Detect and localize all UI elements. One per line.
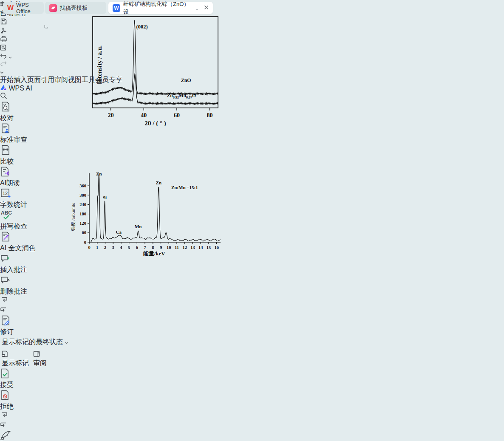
wps-logo-icon: W — [7, 4, 14, 12]
svg-text:360: 360 — [79, 184, 86, 188]
window-tab-bar: W WPS Office 找稿壳模板 W 纤锌矿结构氧化锌（ZnO）设 — [0, 0, 504, 15]
tab-active-document[interactable]: W 纤锌矿结构氧化锌（ZnO）设 — [108, 2, 213, 14]
show-markup-icon — [2, 351, 8, 357]
review-ribbon: 校对 标准审查 比较 AI朗读 — [0, 101, 504, 441]
ink-brush-button[interactable]: 画笔 — [0, 430, 504, 441]
svg-text:80: 80 — [207, 112, 213, 119]
delete-comment-icon — [0, 274, 504, 287]
screen-share-icon[interactable] — [194, 5, 200, 11]
svg-text:11: 11 — [175, 245, 179, 250]
search-icon[interactable] — [0, 92, 504, 101]
compare-icon — [0, 144, 504, 157]
compare-button[interactable]: 比较 — [0, 144, 504, 166]
accept-revision-icon — [0, 368, 504, 381]
standard-review-icon — [0, 123, 504, 136]
show-markup-button[interactable]: 显示标记 — [2, 351, 29, 368]
xrd-chart-svg: 204060802θ / ( ° )Intensity / a.u.(002)Z… — [92, 16, 219, 126]
svg-text:8: 8 — [152, 245, 154, 250]
next-revision-button[interactable] — [0, 422, 504, 430]
print-preview-icon[interactable] — [0, 44, 504, 53]
accept-revision-button[interactable]: 接受 — [0, 368, 504, 390]
svg-text:Si: Si — [103, 195, 107, 200]
svg-text:240: 240 — [79, 202, 86, 207]
menu-item-1[interactable]: 插入 — [14, 76, 27, 83]
svg-text:9: 9 — [160, 245, 162, 250]
svg-text:强度 /arb.units: 强度 /arb.units — [71, 203, 76, 231]
standard-review-button[interactable]: 标准审查 — [0, 123, 504, 144]
redo-button[interactable] — [0, 60, 504, 68]
menu-item-5[interactable]: 视图 — [68, 76, 82, 83]
close-tab-icon[interactable] — [204, 5, 209, 11]
svg-text:60: 60 — [174, 112, 180, 119]
tab-wps-office[interactable]: W WPS Office — [3, 2, 44, 14]
wps-office-window: W WPS Office 找稿壳模板 W 纤锌矿结构氧化锌（ZnO）设 — [0, 0, 504, 441]
svg-text:15: 15 — [207, 245, 211, 250]
svg-text:180: 180 — [79, 212, 86, 216]
svg-text:Zn: Zn — [96, 171, 102, 176]
svg-text:12: 12 — [182, 245, 187, 250]
quickbar-customize-chevron[interactable] — [0, 68, 504, 76]
svg-text:40: 40 — [141, 112, 147, 119]
delete-comment-button[interactable]: 删除批注 — [0, 274, 504, 296]
undo-button[interactable] — [0, 53, 504, 60]
tab-label: 纤锌矿结构氧化锌（ZnO）设 — [123, 0, 190, 16]
track-changes-icon — [0, 315, 504, 328]
svg-text:0: 0 — [88, 245, 90, 250]
svg-text:ZnO: ZnO — [181, 77, 191, 83]
svg-text:能量/keV: 能量/keV — [143, 250, 166, 257]
menu-item-3[interactable]: 引用 — [41, 76, 54, 83]
svg-text:10: 10 — [167, 245, 171, 250]
svg-text:60: 60 — [82, 230, 87, 235]
previous-comment-button[interactable] — [0, 297, 504, 305]
tab-label: 找稿壳模板 — [60, 4, 88, 12]
reject-revision-button[interactable]: 拒绝 — [0, 390, 504, 411]
svg-text:1: 1 — [96, 245, 98, 250]
svg-text:Zn: Zn — [156, 180, 161, 185]
svg-text:Intensity / a.u.: Intensity / a.u. — [96, 45, 103, 85]
svg-text:12: 12 — [3, 191, 8, 196]
svg-text:Ca: Ca — [116, 229, 122, 235]
svg-text:ABC: ABC — [1, 210, 12, 216]
svg-text:4: 4 — [120, 245, 122, 250]
proofread-icon — [0, 101, 504, 114]
svg-text:2θ / ( ° ): 2θ / ( ° ) — [144, 120, 166, 126]
menu-item-2[interactable]: 页面 — [27, 76, 41, 83]
menubar-items: 开始插入页面引用审阅视图工具会员专享 — [0, 76, 504, 85]
wps-ai-icon — [0, 85, 7, 90]
svg-text:7: 7 — [144, 245, 146, 250]
track-changes-button[interactable]: 修订 — [0, 315, 504, 336]
svg-text:5: 5 — [128, 245, 130, 250]
proofread-button[interactable]: 校对 — [0, 101, 504, 123]
svg-text:0: 0 — [84, 240, 86, 245]
svg-text:300: 300 — [79, 193, 86, 198]
svg-text:120: 120 — [79, 221, 86, 226]
print-icon[interactable] — [0, 36, 504, 44]
writer-doc-icon: W — [113, 4, 120, 12]
tab-label: WPS Office — [16, 2, 40, 14]
review-pane-button[interactable]: 审阅 — [33, 351, 47, 368]
svg-text:Mn: Mn — [135, 224, 142, 229]
previous-revision-button[interactable] — [0, 412, 504, 420]
review-pane-icon — [33, 351, 40, 357]
save-icon[interactable] — [0, 18, 504, 27]
eds-chart-svg: 0123456789101112131415160601201802403003… — [68, 171, 221, 258]
next-comment-button[interactable] — [0, 307, 504, 315]
docer-template-icon — [49, 4, 57, 12]
svg-text:14: 14 — [198, 245, 203, 250]
markup-state-combobox[interactable]: 显示标记的最终状态 — [2, 338, 504, 347]
menu-item-4[interactable]: 审阅 — [54, 76, 68, 83]
svg-text:16: 16 — [214, 245, 219, 250]
svg-text:(002): (002) — [136, 24, 147, 30]
ink-brush-icon — [0, 430, 504, 441]
svg-text:20: 20 — [108, 112, 114, 119]
svg-text:3: 3 — [112, 245, 114, 250]
tab-docer-template[interactable]: 找稿壳模板 — [45, 2, 106, 14]
svg-text:Zn:Mn =15:1: Zn:Mn =15:1 — [171, 185, 198, 190]
menu-item-0[interactable]: 开始 — [0, 76, 14, 83]
reject-revision-icon — [0, 390, 504, 402]
svg-text:2: 2 — [104, 245, 106, 250]
export-pdf-icon[interactable] — [0, 27, 504, 36]
group-expand-icon — [44, 25, 48, 28]
wps-ai-button[interactable]: WPS AI — [0, 85, 504, 92]
svg-text:6: 6 — [136, 245, 138, 250]
